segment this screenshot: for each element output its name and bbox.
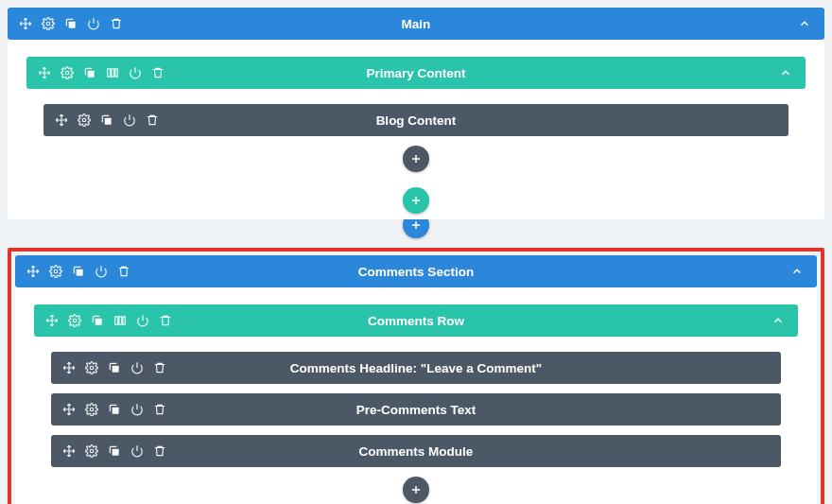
gear-icon[interactable] — [85, 444, 98, 458]
move-icon[interactable] — [19, 17, 32, 30]
row-body: Blog Content — [26, 89, 806, 178]
move-icon[interactable] — [38, 66, 51, 79]
trash-icon[interactable] — [153, 444, 166, 458]
svg-rect-3 — [88, 71, 95, 78]
add-row-button[interactable] — [403, 187, 429, 214]
power-icon[interactable] — [95, 265, 108, 278]
trash-icon[interactable] — [151, 66, 165, 79]
move-icon[interactable] — [45, 314, 59, 327]
gear-icon[interactable] — [85, 403, 98, 416]
gear-icon[interactable] — [68, 314, 81, 327]
power-icon[interactable] — [129, 66, 142, 79]
module-pretext[interactable]: Pre-Comments Text — [51, 393, 781, 426]
power-icon[interactable] — [130, 361, 144, 374]
svg-rect-5 — [112, 69, 114, 77]
duplicate-icon[interactable] — [108, 403, 121, 416]
svg-rect-21 — [113, 449, 119, 456]
builder-canvas: Main Primary Content — [8, 8, 824, 504]
module-toolbar — [51, 361, 178, 374]
add-module-button[interactable] — [403, 477, 429, 503]
module-blog[interactable]: Blog Content — [43, 104, 789, 136]
svg-point-0 — [46, 22, 50, 26]
svg-rect-13 — [115, 317, 118, 324]
svg-rect-17 — [113, 366, 119, 373]
svg-rect-8 — [105, 118, 112, 125]
svg-point-11 — [73, 319, 77, 322]
trash-icon[interactable] — [117, 265, 130, 278]
add-module-button[interactable] — [403, 146, 429, 172]
collapse-button[interactable] — [779, 66, 806, 79]
row-comments: Comments Row — [34, 304, 798, 504]
move-icon[interactable] — [62, 403, 76, 416]
trash-icon[interactable] — [146, 113, 159, 127]
svg-point-16 — [90, 366, 94, 370]
section-header-comments[interactable]: Comments Section — [15, 255, 817, 287]
section-body: Primary Content B — [8, 40, 824, 219]
row-toolbar — [26, 66, 176, 79]
duplicate-icon[interactable] — [64, 17, 78, 30]
move-icon[interactable] — [62, 361, 76, 374]
svg-rect-14 — [119, 317, 122, 324]
power-icon[interactable] — [87, 17, 100, 30]
collapse-button[interactable] — [790, 265, 817, 278]
section-header-main[interactable]: Main — [8, 8, 824, 40]
svg-rect-12 — [95, 319, 102, 325]
svg-point-7 — [82, 118, 86, 122]
gear-icon[interactable] — [61, 66, 74, 79]
module-toolbar — [43, 113, 170, 127]
gear-icon[interactable] — [49, 265, 62, 278]
row-header-comments[interactable]: Comments Row — [34, 304, 798, 337]
section-body: Comments Row — [15, 287, 817, 504]
collapse-button[interactable] — [798, 17, 824, 30]
columns-icon[interactable] — [106, 66, 119, 79]
svg-rect-19 — [113, 408, 119, 414]
section-toolbar — [8, 17, 134, 30]
svg-point-18 — [90, 408, 94, 411]
module-headline[interactable]: Comments Headline: "Leave a Comment" — [51, 352, 781, 384]
power-icon[interactable] — [130, 444, 144, 458]
duplicate-icon[interactable] — [91, 314, 104, 327]
row-toolbar — [34, 314, 183, 327]
module-comments[interactable]: Comments Module — [51, 435, 781, 467]
section-comments: Comments Section Co — [15, 255, 817, 504]
row-header-primary[interactable]: Primary Content — [26, 57, 806, 89]
svg-point-2 — [65, 71, 69, 75]
gear-icon[interactable] — [42, 17, 55, 30]
trash-icon[interactable] — [159, 314, 172, 327]
trash-icon[interactable] — [110, 17, 123, 30]
svg-point-20 — [90, 449, 94, 453]
svg-rect-4 — [108, 69, 111, 77]
trash-icon[interactable] — [153, 361, 166, 374]
gear-icon[interactable] — [78, 113, 91, 127]
svg-rect-10 — [77, 269, 83, 276]
module-toolbar — [51, 444, 178, 458]
move-icon[interactable] — [26, 265, 40, 278]
move-icon[interactable] — [55, 113, 68, 127]
module-toolbar — [51, 403, 178, 416]
power-icon[interactable] — [130, 403, 144, 416]
power-icon[interactable] — [136, 314, 149, 327]
duplicate-icon[interactable] — [108, 444, 121, 458]
duplicate-icon[interactable] — [108, 361, 121, 374]
highlight-annotation: Comments Section Co — [8, 248, 824, 504]
columns-icon[interactable] — [113, 314, 127, 327]
duplicate-icon[interactable] — [83, 66, 96, 79]
trash-icon[interactable] — [153, 403, 166, 416]
svg-point-9 — [54, 269, 58, 273]
section-main: Main Primary Content — [8, 8, 824, 219]
gear-icon[interactable] — [85, 361, 98, 374]
svg-rect-15 — [123, 317, 125, 324]
svg-rect-1 — [69, 22, 76, 28]
row-primary: Primary Content B — [26, 57, 806, 178]
collapse-button[interactable] — [771, 314, 798, 327]
duplicate-icon[interactable] — [100, 113, 113, 127]
svg-rect-6 — [115, 69, 117, 77]
duplicate-icon[interactable] — [72, 265, 85, 278]
move-icon[interactable] — [62, 444, 76, 458]
power-icon[interactable] — [123, 113, 136, 127]
row-body: Comments Headline: "Leave a Comment" — [34, 337, 798, 504]
section-toolbar — [15, 265, 142, 278]
